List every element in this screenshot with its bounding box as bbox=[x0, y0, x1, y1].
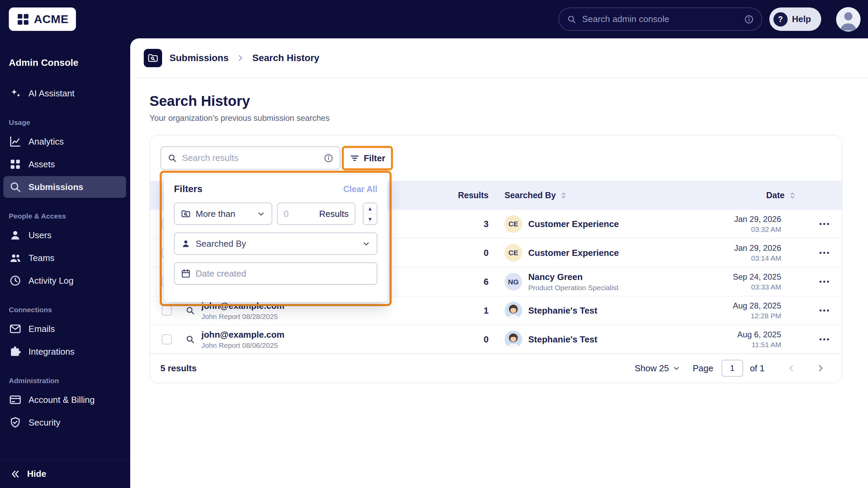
sidebar-collapse-button[interactable]: Hide bbox=[0, 459, 130, 488]
breadcrumb-current: Search History bbox=[252, 53, 319, 63]
sidebar-item-label: Assets bbox=[28, 159, 55, 170]
person-name: Stephanie's Test bbox=[528, 305, 597, 316]
filter-button[interactable]: Filter bbox=[344, 148, 391, 168]
sidebar-item-label: Analytics bbox=[28, 136, 64, 147]
avatar bbox=[505, 331, 522, 348]
sidebar-item-analytics[interactable]: Analytics bbox=[3, 131, 126, 152]
stepper-down-button[interactable]: ▼ bbox=[363, 214, 377, 225]
sidebar-section-usage: Usage bbox=[9, 118, 121, 127]
person-role: Product Operation Specialist bbox=[528, 284, 618, 292]
acme-logo-mark-icon bbox=[16, 13, 30, 26]
sidebar-item-assets[interactable]: Assets bbox=[3, 153, 126, 175]
searched-by-value: Searched By bbox=[196, 239, 246, 249]
admin-search-input[interactable] bbox=[582, 14, 738, 24]
results-count-input[interactable] bbox=[284, 209, 314, 219]
date-text: Aug 28, 2025 bbox=[733, 301, 781, 311]
search-icon bbox=[9, 181, 22, 193]
help-button[interactable]: ? Help bbox=[769, 7, 821, 31]
shield-icon bbox=[9, 416, 22, 429]
results-search-input[interactable] bbox=[182, 153, 319, 163]
search-icon bbox=[185, 305, 195, 316]
results-count-field[interactable]: Results bbox=[277, 203, 355, 225]
page-title: Search History bbox=[150, 93, 868, 109]
row-actions-button[interactable] bbox=[816, 335, 832, 344]
billing-card-icon bbox=[9, 393, 22, 406]
info-icon[interactable] bbox=[744, 14, 754, 24]
breadcrumb-submissions[interactable]: Submissions bbox=[170, 53, 229, 63]
envelope-icon bbox=[9, 322, 22, 335]
time-text: 03:33 AM bbox=[733, 283, 781, 291]
person-icon bbox=[181, 239, 191, 249]
sidebar-title: Admin Console bbox=[9, 57, 121, 68]
puzzle-icon bbox=[9, 345, 22, 358]
page-subtitle: Your organization’s previous submission … bbox=[150, 113, 868, 123]
info-icon[interactable] bbox=[323, 153, 334, 163]
results-count: 3 bbox=[484, 219, 489, 229]
stepper-up-button[interactable]: ▲ bbox=[363, 203, 377, 214]
sidebar-item-ai-assistant[interactable]: AI Assistant bbox=[3, 82, 126, 104]
row-actions-button[interactable] bbox=[816, 277, 832, 286]
filter-lines-icon bbox=[350, 153, 360, 163]
row-actions-button[interactable] bbox=[816, 248, 832, 257]
show-per-page-dropdown[interactable]: Show 25 bbox=[635, 363, 680, 374]
user-avatar[interactable] bbox=[836, 7, 861, 32]
row-actions-button[interactable] bbox=[816, 306, 832, 315]
sidebar-item-label: Integrations bbox=[28, 346, 75, 357]
results-search[interactable] bbox=[160, 146, 340, 170]
avatar: NG bbox=[505, 273, 522, 290]
admin-search[interactable] bbox=[558, 7, 762, 31]
searched-by-dropdown[interactable]: Searched By bbox=[174, 232, 377, 255]
row-checkbox[interactable] bbox=[162, 334, 172, 344]
query-subtext: John Report 08/28/2025 bbox=[201, 313, 284, 321]
date-cell: Jan 29, 2026 03:32 AM bbox=[734, 214, 781, 233]
sidebar-item-activity-log[interactable]: Activity Log bbox=[3, 270, 126, 292]
people-icon bbox=[9, 251, 22, 264]
sidebar-item-integrations[interactable]: Integrations bbox=[3, 341, 126, 362]
sidebar-section-people-access: People & Access bbox=[9, 212, 121, 220]
date-text: Sep 24, 2025 bbox=[733, 272, 781, 282]
chevron-down-icon bbox=[362, 239, 371, 248]
row-checkbox[interactable] bbox=[162, 305, 172, 316]
sidebar-item-submissions[interactable]: Submissions bbox=[3, 176, 126, 198]
sidebar-item-label: Account & Billing bbox=[28, 395, 95, 405]
filters-panel-highlight: Filters Clear All More than bbox=[160, 171, 392, 306]
date-created-field[interactable]: Date created bbox=[174, 262, 377, 285]
sparkles-icon bbox=[9, 87, 22, 100]
sidebar-item-security[interactable]: Security bbox=[3, 412, 126, 433]
filters-title: Filters bbox=[174, 184, 202, 194]
page-label: Page bbox=[693, 363, 713, 374]
sort-icon[interactable] bbox=[788, 191, 797, 200]
folder-search-icon bbox=[181, 209, 191, 219]
time-text: 03:32 AM bbox=[734, 225, 781, 233]
previous-page-button[interactable] bbox=[786, 363, 796, 373]
sidebar-item-account-billing[interactable]: Account & Billing bbox=[3, 389, 126, 411]
results-stepper: ▲ ▼ bbox=[363, 203, 377, 225]
results-condition-dropdown[interactable]: More than bbox=[174, 203, 272, 225]
sidebar-item-label: Users bbox=[28, 230, 52, 241]
avatar bbox=[505, 302, 522, 319]
sidebar-item-emails[interactable]: Emails bbox=[3, 318, 126, 340]
search-icon bbox=[567, 14, 577, 24]
page-of-label: of 1 bbox=[750, 363, 765, 374]
results-total: 5 results bbox=[160, 363, 197, 374]
time-text: 03:14 AM bbox=[734, 254, 781, 262]
person-name: Stephanie's Test bbox=[528, 334, 597, 345]
clear-all-link[interactable]: Clear All bbox=[343, 184, 377, 194]
next-page-button[interactable] bbox=[815, 363, 826, 373]
row-actions-button[interactable] bbox=[816, 220, 832, 228]
sort-icon[interactable] bbox=[559, 191, 568, 200]
sidebar-item-users[interactable]: Users bbox=[3, 224, 126, 246]
sidebar-item-label: Security bbox=[28, 417, 60, 428]
sidebar-section-connections: Connections bbox=[9, 306, 121, 314]
sidebar-item-teams[interactable]: Teams bbox=[3, 247, 126, 269]
filter-button-highlight: Filter bbox=[342, 146, 393, 170]
page-number-input[interactable] bbox=[722, 360, 743, 377]
chevron-down-icon bbox=[257, 209, 265, 218]
sidebar-item-label: Submissions bbox=[28, 182, 83, 192]
sidebar-section-administration: Administration bbox=[9, 377, 121, 385]
query-text: john@example.com bbox=[201, 330, 284, 340]
column-label: Date bbox=[766, 190, 785, 200]
acme-logo[interactable]: ACME bbox=[9, 7, 76, 31]
time-text: 12:28 PM bbox=[733, 312, 781, 320]
searched-by-cell: NG Nancy Green Product Operation Special… bbox=[505, 272, 618, 292]
